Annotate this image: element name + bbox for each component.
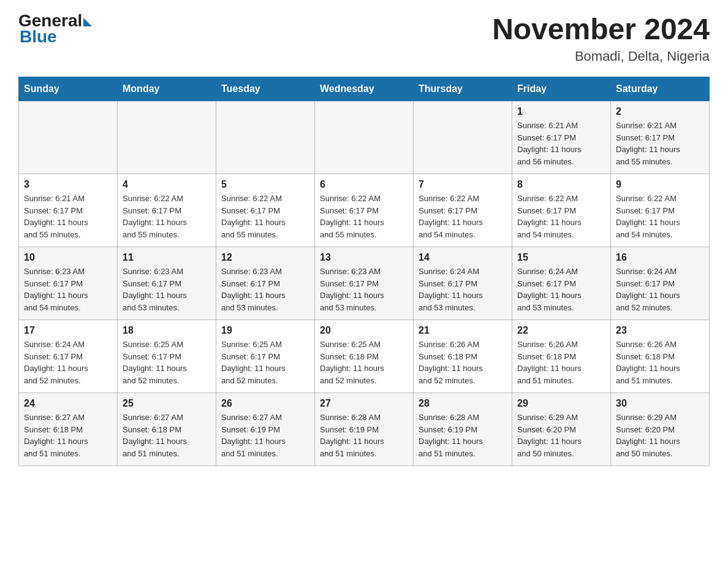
calendar-cell: 24Sunrise: 6:27 AMSunset: 6:18 PMDayligh… <box>19 393 118 466</box>
calendar-cell: 2Sunrise: 6:21 AMSunset: 6:17 PMDaylight… <box>611 101 710 174</box>
day-info: Sunrise: 6:29 AMSunset: 6:20 PMDaylight:… <box>616 412 704 459</box>
day-number: 25 <box>123 398 211 409</box>
day-number: 1 <box>517 106 605 117</box>
calendar-cell <box>414 101 512 174</box>
calendar-cell: 10Sunrise: 6:23 AMSunset: 6:17 PMDayligh… <box>19 247 118 320</box>
calendar-cell: 15Sunrise: 6:24 AMSunset: 6:17 PMDayligh… <box>512 247 611 320</box>
day-info: Sunrise: 6:24 AMSunset: 6:17 PMDaylight:… <box>616 266 704 313</box>
calendar-week-2: 3Sunrise: 6:21 AMSunset: 6:17 PMDaylight… <box>19 174 710 247</box>
day-number: 14 <box>419 252 507 263</box>
day-number: 30 <box>616 398 704 409</box>
day-info: Sunrise: 6:29 AMSunset: 6:20 PMDaylight:… <box>517 412 605 459</box>
day-number: 12 <box>221 252 309 263</box>
calendar-week-1: 1Sunrise: 6:21 AMSunset: 6:17 PMDaylight… <box>19 101 710 174</box>
calendar-cell: 29Sunrise: 6:29 AMSunset: 6:20 PMDayligh… <box>512 393 611 466</box>
day-number: 4 <box>123 179 211 190</box>
calendar-cell: 30Sunrise: 6:29 AMSunset: 6:20 PMDayligh… <box>611 393 710 466</box>
day-number: 7 <box>419 179 507 190</box>
calendar-body: 1Sunrise: 6:21 AMSunset: 6:17 PMDaylight… <box>19 101 710 466</box>
day-number: 2 <box>616 106 704 117</box>
calendar-cell: 8Sunrise: 6:22 AMSunset: 6:17 PMDaylight… <box>512 174 611 247</box>
day-info: Sunrise: 6:24 AMSunset: 6:17 PMDaylight:… <box>24 339 112 386</box>
day-header-monday: Monday <box>118 77 216 101</box>
day-number: 10 <box>24 252 112 263</box>
calendar-cell <box>118 101 216 174</box>
day-info: Sunrise: 6:22 AMSunset: 6:17 PMDaylight:… <box>221 193 309 240</box>
day-header-wednesday: Wednesday <box>315 77 414 101</box>
calendar-cell: 13Sunrise: 6:23 AMSunset: 6:17 PMDayligh… <box>315 247 414 320</box>
logo: General Blue <box>18 12 92 47</box>
day-info: Sunrise: 6:23 AMSunset: 6:17 PMDaylight:… <box>320 266 408 313</box>
day-number: 19 <box>221 325 309 336</box>
calendar-title: November 2024 <box>492 12 710 46</box>
calendar-cell: 3Sunrise: 6:21 AMSunset: 6:17 PMDaylight… <box>19 174 118 247</box>
calendar-cell: 6Sunrise: 6:22 AMSunset: 6:17 PMDaylight… <box>315 174 414 247</box>
day-info: Sunrise: 6:25 AMSunset: 6:17 PMDaylight:… <box>221 339 309 386</box>
page-header: General Blue November 2024 Bomadi, Delta… <box>18 12 710 64</box>
calendar-cell: 27Sunrise: 6:28 AMSunset: 6:19 PMDayligh… <box>315 393 414 466</box>
day-number: 21 <box>419 325 507 336</box>
day-number: 9 <box>616 179 704 190</box>
calendar-week-4: 17Sunrise: 6:24 AMSunset: 6:17 PMDayligh… <box>19 320 710 393</box>
calendar-cell: 19Sunrise: 6:25 AMSunset: 6:17 PMDayligh… <box>216 320 315 393</box>
day-info: Sunrise: 6:27 AMSunset: 6:18 PMDaylight:… <box>24 412 112 459</box>
calendar-cell: 21Sunrise: 6:26 AMSunset: 6:18 PMDayligh… <box>414 320 512 393</box>
calendar-cell: 25Sunrise: 6:27 AMSunset: 6:18 PMDayligh… <box>118 393 216 466</box>
day-info: Sunrise: 6:22 AMSunset: 6:17 PMDaylight:… <box>616 193 704 240</box>
calendar-cell <box>216 101 315 174</box>
day-number: 8 <box>517 179 605 190</box>
day-header-tuesday: Tuesday <box>216 77 315 101</box>
day-header-saturday: Saturday <box>611 77 710 101</box>
day-number: 13 <box>320 252 408 263</box>
calendar-subtitle: Bomadi, Delta, Nigeria <box>492 48 710 64</box>
day-info: Sunrise: 6:26 AMSunset: 6:18 PMDaylight:… <box>616 339 704 386</box>
day-info: Sunrise: 6:22 AMSunset: 6:17 PMDaylight:… <box>517 193 605 240</box>
day-info: Sunrise: 6:21 AMSunset: 6:17 PMDaylight:… <box>517 120 605 167</box>
day-number: 27 <box>320 398 408 409</box>
logo-arrow-icon <box>83 18 92 26</box>
day-number: 5 <box>221 179 309 190</box>
header-row: SundayMondayTuesdayWednesdayThursdayFrid… <box>19 77 710 101</box>
calendar-cell: 20Sunrise: 6:25 AMSunset: 6:18 PMDayligh… <box>315 320 414 393</box>
day-info: Sunrise: 6:28 AMSunset: 6:19 PMDaylight:… <box>320 412 408 459</box>
day-number: 26 <box>221 398 309 409</box>
day-number: 28 <box>419 398 507 409</box>
day-number: 15 <box>517 252 605 263</box>
day-header-sunday: Sunday <box>19 77 118 101</box>
day-info: Sunrise: 6:23 AMSunset: 6:17 PMDaylight:… <box>24 266 112 313</box>
day-info: Sunrise: 6:25 AMSunset: 6:17 PMDaylight:… <box>123 339 211 386</box>
calendar-cell: 14Sunrise: 6:24 AMSunset: 6:17 PMDayligh… <box>414 247 512 320</box>
calendar-cell: 9Sunrise: 6:22 AMSunset: 6:17 PMDaylight… <box>611 174 710 247</box>
calendar-week-3: 10Sunrise: 6:23 AMSunset: 6:17 PMDayligh… <box>19 247 710 320</box>
day-info: Sunrise: 6:24 AMSunset: 6:17 PMDaylight:… <box>517 266 605 313</box>
calendar-cell: 28Sunrise: 6:28 AMSunset: 6:19 PMDayligh… <box>414 393 512 466</box>
calendar-cell: 17Sunrise: 6:24 AMSunset: 6:17 PMDayligh… <box>19 320 118 393</box>
day-number: 6 <box>320 179 408 190</box>
calendar-header: SundayMondayTuesdayWednesdayThursdayFrid… <box>19 77 710 101</box>
day-number: 11 <box>123 252 211 263</box>
calendar-cell: 7Sunrise: 6:22 AMSunset: 6:17 PMDaylight… <box>414 174 512 247</box>
day-info: Sunrise: 6:27 AMSunset: 6:19 PMDaylight:… <box>221 412 309 459</box>
day-info: Sunrise: 6:22 AMSunset: 6:17 PMDaylight:… <box>419 193 507 240</box>
calendar-table: SundayMondayTuesdayWednesdayThursdayFrid… <box>18 77 710 466</box>
day-number: 3 <box>24 179 112 190</box>
day-number: 17 <box>24 325 112 336</box>
calendar-cell: 4Sunrise: 6:22 AMSunset: 6:17 PMDaylight… <box>118 174 216 247</box>
day-number: 18 <box>123 325 211 336</box>
title-area: November 2024 Bomadi, Delta, Nigeria <box>492 12 710 64</box>
day-header-thursday: Thursday <box>414 77 512 101</box>
calendar-cell: 5Sunrise: 6:22 AMSunset: 6:17 PMDaylight… <box>216 174 315 247</box>
logo-blue-text: Blue <box>20 27 92 47</box>
day-info: Sunrise: 6:22 AMSunset: 6:17 PMDaylight:… <box>320 193 408 240</box>
day-number: 20 <box>320 325 408 336</box>
day-info: Sunrise: 6:26 AMSunset: 6:18 PMDaylight:… <box>517 339 605 386</box>
calendar-cell: 26Sunrise: 6:27 AMSunset: 6:19 PMDayligh… <box>216 393 315 466</box>
day-info: Sunrise: 6:28 AMSunset: 6:19 PMDaylight:… <box>419 412 507 459</box>
calendar-cell <box>315 101 414 174</box>
calendar-cell: 1Sunrise: 6:21 AMSunset: 6:17 PMDaylight… <box>512 101 611 174</box>
calendar-cell: 11Sunrise: 6:23 AMSunset: 6:17 PMDayligh… <box>118 247 216 320</box>
calendar-cell: 16Sunrise: 6:24 AMSunset: 6:17 PMDayligh… <box>611 247 710 320</box>
calendar-cell: 22Sunrise: 6:26 AMSunset: 6:18 PMDayligh… <box>512 320 611 393</box>
day-info: Sunrise: 6:25 AMSunset: 6:18 PMDaylight:… <box>320 339 408 386</box>
day-info: Sunrise: 6:23 AMSunset: 6:17 PMDaylight:… <box>123 266 211 313</box>
